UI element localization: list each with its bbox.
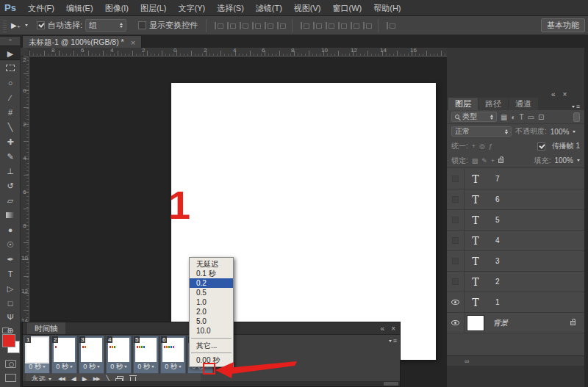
timeline-close-icon[interactable]: × [391, 325, 395, 333]
background-layer-row[interactable]: 背景 [447, 313, 584, 333]
layer-filter-dropdown[interactable]: 类型 [451, 112, 497, 122]
quick-select-tool[interactable]: ∕ [0, 90, 21, 105]
frame-delay-dropdown[interactable]: 0 秒 [161, 362, 185, 372]
menu-help[interactable]: 帮助(H) [368, 0, 406, 16]
timeline-tab[interactable]: 时间轴 [27, 322, 65, 334]
filter-shape-icon[interactable]: ▭ [528, 113, 534, 121]
auto-select-dropdown[interactable]: 组 [85, 19, 126, 32]
marquee-tool[interactable] [0, 61, 21, 76]
lock-transparency-icon[interactable]: ▨ [472, 157, 478, 164]
tab-close-icon[interactable]: × [131, 38, 135, 47]
healing-brush-tool[interactable]: ✚ [0, 134, 21, 149]
menu-view[interactable]: 视图(V) [288, 0, 327, 16]
layer-row[interactable]: T 2 [447, 272, 584, 292]
timeline-frame[interactable]: 4 0 秒 [106, 336, 132, 374]
clone-stamp-tool[interactable]: ⊥ [0, 164, 21, 178]
foreground-color-swatch[interactable] [2, 334, 15, 347]
auto-select-checkbox[interactable] [37, 21, 45, 29]
visibility-toggle[interactable] [447, 210, 465, 231]
timeline-scrollbar[interactable] [23, 381, 400, 386]
delay-option-0-1s[interactable]: 0.1 秒 [190, 269, 233, 278]
blur-tool[interactable]: ● [0, 223, 21, 237]
opacity-caret-icon[interactable] [573, 131, 576, 133]
timeline-frame[interactable]: 6 0 秒 [160, 336, 186, 374]
layer-row[interactable]: T 1 [447, 292, 584, 313]
screen-mode-icon[interactable] [5, 374, 16, 382]
menu-window[interactable]: 窗口(W) [327, 0, 368, 16]
eraser-tool[interactable]: ▱ [0, 193, 21, 208]
frame-delay-dropdown[interactable]: 0 秒 [107, 362, 131, 372]
resize-grip[interactable] [384, 382, 398, 386]
pen-tool[interactable]: ✒ [0, 252, 21, 267]
blend-mode-dropdown[interactable]: 正常 [451, 126, 512, 137]
delay-option-no-delay[interactable]: 无延迟 [190, 259, 233, 269]
filter-toggle-icon[interactable] [573, 112, 580, 122]
lock-all-icon[interactable] [498, 159, 503, 163]
history-brush-tool[interactable]: ↺ [0, 178, 21, 193]
lock-position-icon[interactable]: + [491, 157, 495, 164]
dodge-tool[interactable]: ☉ [0, 237, 21, 252]
menu-layer[interactable]: 图层(L) [135, 0, 172, 16]
visibility-toggle[interactable] [447, 231, 465, 251]
tool-preset-caret-icon[interactable] [25, 24, 28, 26]
frame-delay-dropdown[interactable]: 0 秒 [134, 362, 158, 372]
frame-delay-dropdown[interactable]: 0 秒 [25, 362, 49, 372]
propagate-checkbox[interactable] [537, 142, 545, 151]
shape-tool[interactable]: □ [0, 296, 21, 311]
menu-type[interactable]: 文字(Y) [172, 0, 211, 16]
move-tool[interactable]: ▶ [0, 46, 21, 60]
tab-layers[interactable]: 图层 [448, 98, 478, 110]
opacity-value[interactable]: 100% [551, 128, 570, 136]
visibility-toggle[interactable] [447, 251, 465, 272]
layer-row[interactable]: T 5 [447, 210, 584, 231]
unify-style-icon[interactable]: ƒ [489, 142, 492, 150]
timeline-frame[interactable]: 5 0 秒 [133, 336, 159, 374]
visibility-toggle[interactable] [447, 292, 465, 313]
delay-option-2-0s[interactable]: 2.0 [190, 307, 233, 317]
delay-option-0-5s[interactable]: 0.5 [190, 288, 233, 297]
show-transform-checkbox[interactable] [138, 21, 146, 29]
workspace-button[interactable]: 基本功能 [541, 18, 585, 32]
menu-file[interactable]: 文件(F) [22, 0, 60, 16]
visibility-toggle[interactable] [447, 272, 465, 292]
menu-select[interactable]: 选择(S) [211, 0, 250, 16]
filter-pixel-icon[interactable]: ▦ [501, 113, 507, 121]
filter-type-icon[interactable]: T [520, 113, 524, 121]
brush-tool[interactable]: ✎ [0, 149, 21, 164]
tab-channels[interactable]: 通道 [509, 98, 538, 110]
menu-image[interactable]: 图像(I) [99, 0, 135, 16]
unify-position-icon[interactable]: + [472, 142, 476, 150]
path-select-tool[interactable]: ▷ [0, 281, 21, 296]
type-tool[interactable]: T [0, 267, 21, 281]
default-swatches-icon[interactable] [2, 328, 9, 333]
timeline-frame[interactable]: 2 0 秒 [51, 336, 77, 374]
delay-option-other[interactable]: 其它... [190, 341, 233, 350]
frame-delay-dropdown[interactable]: 0 秒 [79, 362, 104, 372]
hand-tool[interactable]: Ψ [0, 310, 21, 325]
layer-row[interactable]: T 4 [447, 231, 584, 251]
delay-option-10-0s[interactable]: 10.0 [190, 326, 233, 336]
tab-paths[interactable]: 路径 [478, 98, 508, 110]
panel-menu-button[interactable]: ≡ [572, 103, 583, 110]
frame-delay-dropdown[interactable]: 0 秒 [52, 362, 76, 372]
menu-filter[interactable]: 滤镜(T) [250, 0, 288, 16]
crop-tool[interactable]: # [0, 105, 21, 120]
delay-option-5-0s[interactable]: 5.0 [190, 317, 233, 326]
visibility-toggle[interactable] [447, 189, 465, 210]
timeline-collapse-icon[interactable]: « [381, 325, 385, 333]
filter-smart-object-icon[interactable]: ⊡ [538, 113, 544, 121]
visibility-toggle[interactable] [447, 313, 465, 333]
lasso-tool[interactable]: ○ [0, 76, 21, 90]
fill-caret-icon[interactable] [577, 159, 580, 162]
visibility-toggle[interactable] [447, 169, 465, 189]
layer-row[interactable]: T 3 [447, 251, 584, 272]
timeline-frame[interactable]: 3 0 秒 [79, 336, 104, 374]
menu-edit[interactable]: 编辑(E) [60, 0, 99, 16]
quick-mask-icon[interactable] [5, 360, 16, 368]
layer-row[interactable]: T 7 [447, 169, 584, 189]
link-layers-icon[interactable]: ∞ [465, 358, 468, 365]
gradient-tool[interactable] [0, 208, 21, 223]
fill-value[interactable]: 100% [554, 156, 573, 164]
layer-row[interactable]: T 6 [447, 189, 584, 210]
unify-visibility-icon[interactable]: ◎ [479, 142, 485, 150]
